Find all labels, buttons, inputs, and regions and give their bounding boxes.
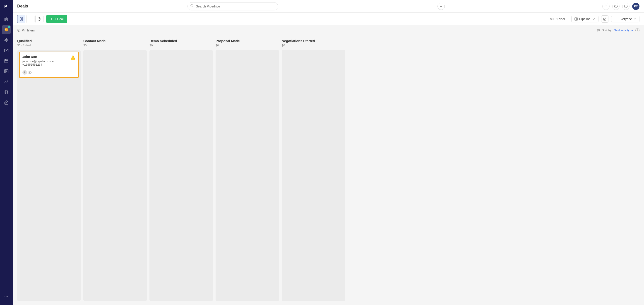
svg-point-37 — [18, 30, 19, 30]
deal-card-name: John Doe — [22, 55, 76, 59]
main-content: Deals — [13, 0, 644, 305]
sidebar-item-marketplace[interactable] — [2, 98, 11, 107]
column-contact-made-body — [83, 50, 147, 302]
filter-icon — [614, 17, 617, 20]
svg-rect-33 — [576, 18, 578, 20]
svg-rect-32 — [575, 18, 576, 20]
navbar-right: PR — [602, 3, 640, 10]
sidebar-item-mail[interactable] — [2, 46, 11, 55]
svg-rect-24 — [20, 18, 21, 20]
edit-pipeline-button[interactable] — [601, 15, 608, 23]
pin-icon — [17, 29, 20, 32]
column-proposal-made-body — [216, 50, 279, 302]
app-logo[interactable]: P — [2, 2, 10, 10]
deal-card-email: john.doe@typeform.com — [22, 59, 76, 63]
column-contact-made-subtitle: $0 — [83, 44, 147, 47]
everyone-button[interactable]: Everyone — [611, 15, 640, 22]
sidebar: P $ — [0, 0, 13, 305]
help-button[interactable] — [612, 3, 620, 10]
column-negotiations-started-subtitle: $0 — [282, 44, 345, 47]
svg-point-15 — [191, 4, 193, 7]
svg-rect-10 — [4, 70, 8, 73]
sidebar-item-home[interactable] — [2, 15, 11, 24]
view-activity-button[interactable] — [35, 15, 44, 23]
svg-rect-25 — [22, 18, 23, 20]
sidebar-item-products[interactable] — [2, 88, 11, 97]
deals-badge — [8, 26, 10, 28]
svg-line-16 — [193, 6, 194, 7]
chevron-down-icon — [592, 17, 596, 21]
add-deal-button[interactable]: + Deal — [46, 15, 67, 23]
chevron-down-sort-icon — [631, 29, 634, 32]
column-negotiations-started-body — [282, 50, 345, 302]
deal-card-footer: $0 — [22, 68, 76, 75]
column-demo-scheduled: Demo Scheduled $0 — [150, 39, 213, 302]
column-contact-made-title: Contact Made — [83, 39, 147, 43]
pin-filters-button[interactable]: Pin filters — [17, 28, 35, 32]
sidebar-item-calendar[interactable] — [2, 56, 11, 65]
column-proposal-made-title: Proposal Made — [216, 39, 279, 43]
search-icon — [190, 4, 194, 8]
column-demo-scheduled-subtitle: $0 — [150, 44, 213, 47]
search-container — [188, 2, 278, 10]
deal-count: $0 · 1 deal — [550, 17, 565, 21]
svg-point-41 — [24, 71, 25, 72]
search-input[interactable] — [188, 2, 278, 10]
deal-card-john-doe[interactable]: John Doe john.doe@typeform.com +15555551… — [19, 52, 79, 78]
chevron-down-everyone-icon — [633, 17, 636, 20]
view-kanban-button[interactable] — [17, 15, 25, 23]
deal-value: $0 — [28, 71, 32, 74]
toolbar: + Deal $0 · 1 deal · Pipeline — [13, 13, 644, 25]
pipeline-button[interactable]: Pipeline — [571, 15, 598, 22]
column-contact-made-header: Contact Made $0 — [83, 39, 147, 47]
toolbar-right: $0 · 1 deal · Pipeline — [550, 15, 640, 23]
filter-right: Sort by: Next activity i — [596, 28, 640, 32]
column-proposal-made-subtitle: $0 — [216, 44, 279, 47]
sidebar-item-insights[interactable] — [2, 77, 11, 86]
sidebar-item-deals[interactable]: $ — [2, 25, 11, 34]
sidebar-item-contacts[interactable] — [2, 67, 11, 76]
column-qualified-header: Qualified $0 · 1 deal — [17, 39, 80, 47]
user-avatar[interactable]: PR — [632, 3, 640, 10]
column-proposal-made-header: Proposal Made $0 — [216, 39, 279, 47]
sort-value[interactable]: Next activity — [614, 28, 634, 32]
sidebar-item-leads[interactable] — [2, 35, 11, 44]
view-list-button[interactable] — [26, 15, 34, 23]
deal-card-phone: +15555551234 — [22, 63, 76, 66]
add-global-button[interactable] — [438, 3, 445, 10]
sort-icon — [596, 28, 600, 32]
svg-rect-6 — [5, 59, 8, 63]
deal-owner-avatar — [22, 70, 27, 75]
warning-icon: ⚠️ — [70, 55, 76, 60]
column-contact-made: Contact Made $0 — [83, 39, 147, 302]
navbar: Deals — [13, 0, 644, 13]
sidebar-more[interactable]: ··· — [2, 292, 11, 301]
svg-text:$: $ — [6, 28, 6, 31]
column-demo-scheduled-header: Demo Scheduled $0 — [150, 39, 213, 47]
column-qualified-subtitle: $0 · 1 deal — [17, 44, 80, 47]
column-qualified-body: John Doe john.doe@typeform.com +15555551… — [17, 50, 80, 302]
column-qualified: Qualified $0 · 1 deal John Doe john.doe@… — [17, 39, 80, 302]
info-button[interactable]: i — [636, 28, 640, 32]
filter-bar: Pin filters Sort by: Next activity i — [13, 25, 644, 35]
column-negotiations-started-title: Negotiations Started — [282, 39, 345, 43]
insights-button[interactable] — [622, 3, 630, 10]
sort-by-label: Sort by: — [602, 28, 612, 32]
column-negotiations-started-header: Negotiations Started $0 — [282, 39, 345, 47]
svg-marker-4 — [5, 38, 8, 42]
column-demo-scheduled-title: Demo Scheduled — [150, 39, 213, 43]
svg-point-19 — [614, 5, 617, 8]
page-title: Deals — [17, 4, 28, 8]
column-demo-scheduled-body — [150, 50, 213, 302]
column-negotiations-started: Negotiations Started $0 — [282, 39, 345, 302]
column-qualified-title: Qualified — [17, 39, 80, 43]
notifications-button[interactable] — [602, 3, 610, 10]
column-proposal-made: Proposal Made $0 — [216, 39, 279, 302]
kanban-board: Qualified $0 · 1 deal John Doe john.doe@… — [13, 35, 644, 305]
svg-text:P: P — [4, 4, 7, 9]
